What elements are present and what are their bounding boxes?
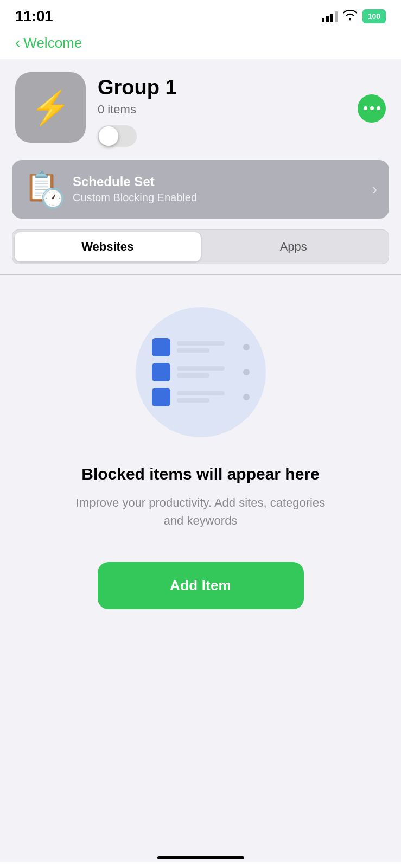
schedule-icon: 📋 🕐	[24, 170, 63, 209]
clock-icon: 🕐	[41, 187, 65, 210]
group-info: Group 1 0 items	[98, 72, 386, 147]
illustration-line	[177, 398, 210, 403]
home-indicator	[157, 856, 244, 859]
illustration-line	[177, 373, 210, 378]
group-controls	[98, 125, 386, 147]
tab-apps[interactable]: Apps	[201, 232, 387, 261]
empty-state: Blocked items will appear here Improve y…	[0, 275, 401, 709]
illustration-lines	[177, 391, 237, 403]
illustration-line	[177, 348, 210, 353]
more-options-button[interactable]	[358, 94, 386, 123]
group-icon: ⚡	[15, 72, 86, 143]
illustration-line	[177, 341, 225, 346]
group-items-count: 0 items	[98, 103, 386, 117]
illustration-square	[152, 363, 170, 381]
navigation-bar: ‹ Welcome	[0, 30, 401, 59]
tab-switcher: Websites Apps	[12, 229, 389, 264]
schedule-banner[interactable]: 📋 🕐 Schedule Set Custom Blocking Enabled…	[12, 160, 389, 219]
back-button[interactable]: ‹ Welcome	[15, 35, 82, 52]
illustration-row-3	[152, 388, 250, 406]
empty-state-title: Blocked items will appear here	[81, 464, 320, 484]
group-name: Group 1	[98, 76, 386, 99]
illustration-square	[152, 338, 170, 356]
illustration-lines	[177, 366, 237, 378]
tab-websites[interactable]: Websites	[15, 232, 201, 261]
status-bar: 11:01 100	[0, 0, 401, 30]
toggle-thumb	[99, 126, 118, 146]
more-dots-icon	[364, 106, 380, 110]
illustration-row-2	[152, 363, 250, 381]
wifi-icon	[343, 10, 357, 23]
status-time: 11:01	[15, 8, 53, 25]
battery-icon: 100	[362, 9, 386, 23]
back-label: Welcome	[23, 35, 82, 52]
enable-toggle[interactable]	[98, 125, 137, 147]
signal-icon	[322, 10, 338, 22]
status-icons: 100	[322, 9, 386, 23]
empty-state-illustration	[136, 307, 266, 437]
illustration-line	[177, 391, 225, 395]
illustration-square	[152, 388, 170, 406]
illustration-row-1	[152, 338, 250, 356]
schedule-title: Schedule Set	[73, 174, 362, 189]
empty-state-subtitle: Improve your productivity. Add sites, ca…	[65, 494, 336, 529]
back-chevron-icon: ‹	[15, 35, 20, 50]
schedule-text: Schedule Set Custom Blocking Enabled	[73, 174, 362, 204]
lightning-icon: ⚡	[30, 88, 71, 127]
illustration-lines	[177, 341, 237, 353]
illustration-dot	[243, 394, 250, 400]
schedule-subtitle: Custom Blocking Enabled	[73, 192, 362, 204]
main-content: ⚡ Group 1 0 items 📋 🕐 Schedule Set Custo…	[0, 59, 401, 862]
group-header: ⚡ Group 1 0 items	[0, 59, 401, 158]
add-item-button[interactable]: Add Item	[98, 562, 304, 609]
illustration-dot	[243, 344, 250, 350]
illustration-dot	[243, 369, 250, 375]
illustration-line	[177, 366, 225, 371]
schedule-chevron-icon: ›	[372, 181, 377, 198]
